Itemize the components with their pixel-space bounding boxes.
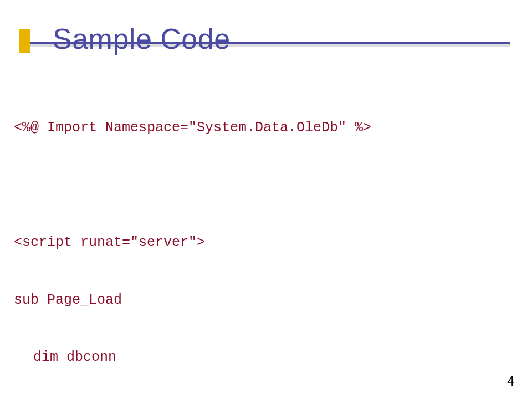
title-bullet-icon [19, 29, 30, 53]
code-line: <%@ Import Namespace="System.Data.OleDb"… [14, 119, 518, 138]
slide-title: Sample Code [53, 22, 231, 55]
page-number: 4 [507, 374, 514, 389]
code-line [14, 176, 518, 196]
code-line: dim dbconn [14, 348, 518, 367]
code-block: <%@ Import Namespace="System.Data.OleDb"… [14, 80, 518, 399]
code-line: <script runat="server"> [14, 233, 518, 253]
slide-content: <%@ Import Namespace="System.Data.OleDb"… [14, 80, 518, 399]
code-line: sub Page_Load [14, 291, 518, 310]
slide: Sample Code <%@ Import Namespace="System… [0, 0, 532, 399]
